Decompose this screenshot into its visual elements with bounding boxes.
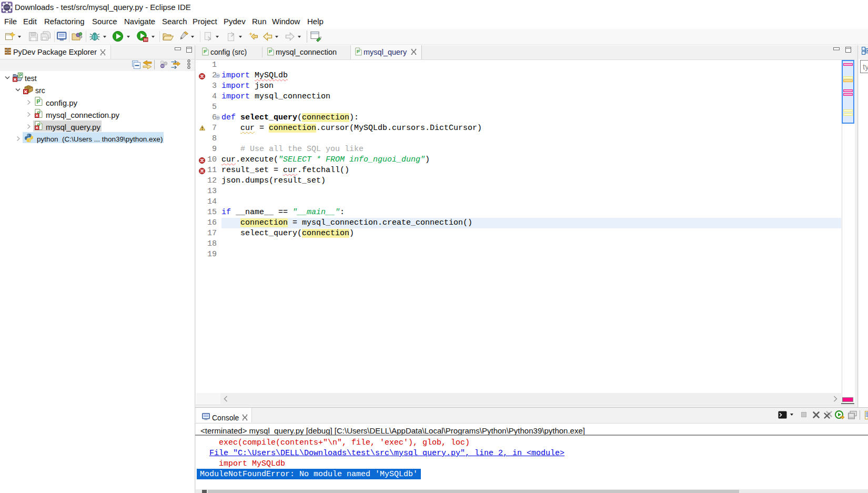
svg-text:P: P	[269, 49, 272, 54]
svg-text:P: P	[37, 99, 41, 105]
svg-text:P: P	[204, 49, 207, 54]
svg-text:P: P	[357, 49, 360, 54]
svg-text:P: P	[19, 73, 22, 78]
